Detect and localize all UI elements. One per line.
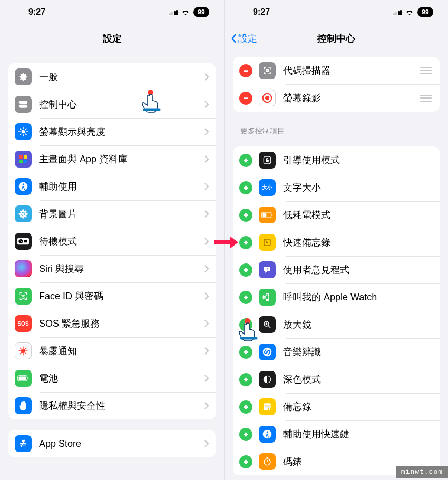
- row-dark-mode[interactable]: 深色模式: [233, 366, 440, 393]
- appstore-icon: [15, 435, 32, 452]
- svg-point-46: [20, 348, 21, 349]
- row-wallpaper[interactable]: 背景圖片: [8, 200, 216, 228]
- drag-handle-icon[interactable]: [418, 95, 433, 102]
- svg-point-2: [21, 102, 22, 103]
- row-label: 備忘錄: [283, 400, 433, 413]
- settings-group-main: 一般 控制中心 螢幕顯示與亮度 主畫面與 App 資料庫: [8, 63, 216, 419]
- row-sos[interactable]: SOS SOS 緊急服務: [8, 310, 216, 337]
- row-home-screen[interactable]: 主畫面與 App 資料庫: [8, 145, 216, 173]
- row-feedback[interactable]: ! 使用者意見程式: [233, 256, 440, 283]
- control-center-content[interactable]: 代碼掃描器 螢幕錄影 更多控制項目 引導使用模式 大小 文字大小: [225, 53, 448, 480]
- add-button[interactable]: [239, 181, 252, 194]
- svg-text:!: !: [267, 267, 268, 271]
- add-button[interactable]: [239, 428, 252, 441]
- svg-line-12: [25, 129, 26, 130]
- row-siri[interactable]: Siri 與搜尋: [8, 255, 216, 282]
- add-button[interactable]: [239, 318, 252, 331]
- row-label: 音樂辨識: [283, 346, 433, 358]
- status-indicators: 99: [393, 7, 434, 17]
- wifi-icon: [181, 9, 190, 16]
- face-id-icon: [15, 288, 32, 305]
- cellular-icon: [393, 9, 402, 15]
- row-accessibility[interactable]: 輔助使用: [8, 173, 216, 200]
- svg-point-49: [25, 348, 26, 349]
- page-title: 設定: [103, 32, 122, 45]
- add-button[interactable]: [239, 291, 252, 304]
- svg-point-32: [24, 295, 25, 296]
- row-ping-watch[interactable]: 呼叫我的 Apple Watch: [233, 283, 440, 311]
- row-low-power[interactable]: 低耗電模式: [233, 201, 440, 229]
- chevron-right-icon: [204, 237, 209, 246]
- add-button[interactable]: [239, 236, 252, 249]
- row-label: 低耗電模式: [283, 209, 433, 221]
- row-notes[interactable]: 備忘錄: [233, 393, 440, 420]
- row-guided-access[interactable]: 引導使用模式: [233, 146, 440, 174]
- svg-point-21: [22, 215, 24, 219]
- add-button[interactable]: [239, 455, 252, 468]
- dark-mode-icon: [259, 371, 276, 388]
- battery-icon: 99: [417, 7, 433, 17]
- ping-watch-icon: [259, 289, 276, 306]
- row-label: 使用者意見程式: [283, 263, 433, 276]
- back-button[interactable]: 設定: [231, 32, 257, 45]
- add-button[interactable]: [239, 154, 252, 167]
- row-label: SOS 緊急服務: [39, 317, 204, 330]
- wifi-icon: [405, 9, 414, 16]
- row-label: 深色模式: [283, 373, 433, 386]
- status-time: 9:27: [28, 7, 45, 17]
- feedback-icon: !: [259, 261, 276, 278]
- row-privacy[interactable]: 隱私權與安全性: [8, 392, 216, 419]
- chevron-right-icon: [204, 401, 209, 410]
- row-faceid[interactable]: Face ID 與密碼: [8, 282, 216, 310]
- add-button[interactable]: [239, 346, 252, 359]
- svg-point-45: [27, 350, 28, 351]
- row-accessibility-shortcut[interactable]: 輔助使用快速鍵: [233, 420, 440, 448]
- row-standby[interactable]: 待機模式: [8, 228, 216, 255]
- chevron-right-icon: [204, 439, 209, 448]
- svg-point-20: [22, 209, 24, 212]
- lock-icon: [259, 152, 276, 169]
- row-exposure[interactable]: 暴露通知: [8, 337, 216, 365]
- row-control-center[interactable]: 控制中心: [8, 91, 216, 118]
- settings-group-apps: App Store: [8, 430, 216, 457]
- svg-point-23: [25, 213, 28, 215]
- add-button[interactable]: [239, 373, 252, 386]
- svg-line-9: [20, 129, 21, 130]
- svg-point-4: [22, 130, 25, 134]
- row-display[interactable]: 螢幕顯示與亮度: [8, 118, 216, 145]
- drag-handle-icon[interactable]: [418, 67, 433, 74]
- svg-rect-78: [266, 295, 269, 300]
- row-text-size[interactable]: 大小 文字大小: [233, 174, 440, 201]
- status-indicators: 99: [169, 7, 210, 17]
- nav-bar: 設定 控制中心: [225, 24, 448, 53]
- row-label: 代碼掃描器: [283, 64, 418, 77]
- magnifier-icon: [259, 316, 276, 333]
- row-label: 呼叫我的 Apple Watch: [283, 291, 433, 303]
- remove-button[interactable]: [239, 64, 252, 77]
- add-button[interactable]: [239, 209, 252, 222]
- chevron-right-icon: [204, 347, 209, 355]
- gear-icon: [15, 68, 32, 85]
- row-battery[interactable]: 電池: [8, 365, 216, 392]
- chevron-right-icon: [204, 155, 209, 163]
- clock-icon: [15, 233, 32, 250]
- row-music-recognition[interactable]: 音樂辨識: [233, 338, 440, 366]
- chevron-right-icon: [204, 210, 209, 218]
- row-appstore[interactable]: App Store: [8, 430, 216, 457]
- sos-icon: SOS: [15, 315, 32, 332]
- svg-point-47: [25, 353, 26, 354]
- included-controls-group: 代碼掃描器 螢幕錄影: [233, 57, 440, 112]
- add-button[interactable]: [239, 400, 252, 414]
- row-quick-note[interactable]: 快速備忘錄: [233, 229, 440, 256]
- row-general[interactable]: 一般: [8, 63, 216, 91]
- row-label: 文字大小: [283, 181, 433, 194]
- settings-content[interactable]: 一般 控制中心 螢幕顯示與亮度 主畫面與 App 資料庫: [0, 53, 224, 480]
- remove-button[interactable]: [239, 92, 252, 105]
- row-screen-recording[interactable]: 螢幕錄影: [233, 84, 440, 112]
- svg-line-11: [20, 134, 21, 135]
- left-phone-settings: 9:27 99 設定 一般 控制中心: [0, 0, 224, 480]
- add-button[interactable]: [239, 263, 252, 277]
- row-magnifier[interactable]: 放大鏡: [233, 311, 440, 338]
- row-code-scanner[interactable]: 代碼掃描器: [233, 57, 440, 84]
- page-title: 控制中心: [317, 32, 355, 45]
